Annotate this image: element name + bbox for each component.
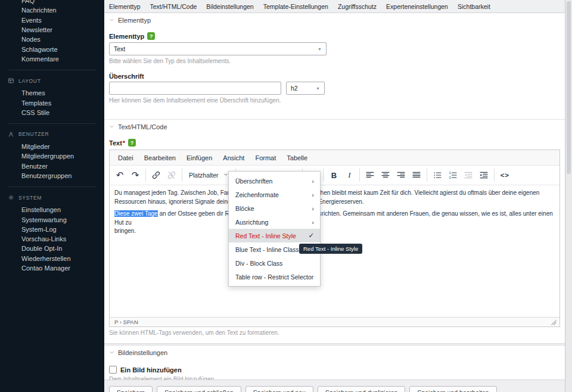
checkmark-icon: ✓	[309, 232, 314, 239]
sidebar-item-css-stile[interactable]: CSS Stile	[0, 108, 104, 117]
speichern-und-duplizieren-button[interactable]: Speichern und duplizieren	[318, 386, 405, 392]
sidebar-item-nodes[interactable]: Nodes	[0, 35, 104, 44]
page-scrollbar[interactable]	[565, 0, 572, 392]
tab-zugriffsschutz[interactable]: Zugriffsschutz	[338, 3, 377, 10]
element-path[interactable]: P › SPAN	[114, 319, 138, 325]
tab-elementtyp[interactable]: Elementtyp	[109, 3, 141, 10]
undo-button[interactable]: ↶	[112, 167, 128, 183]
justify-button[interactable]	[409, 167, 424, 183]
numbered-list-button[interactable]: 12	[445, 167, 461, 183]
sidebar-section-label: BENUTZER	[18, 131, 49, 137]
menu-item-label: Div - Block Class	[235, 260, 282, 267]
menu-item-label: Ausrichtung	[235, 219, 268, 226]
scrollbar-thumb[interactable]	[567, 1, 571, 174]
source-code-button[interactable]: <>	[497, 167, 512, 183]
toolbar-separator	[494, 169, 495, 182]
sidebar-section-label: SYSTEM	[18, 195, 42, 201]
outdent-button[interactable]	[461, 167, 476, 183]
sidebar-item-double-opt-in[interactable]: Double Opt-In	[0, 244, 104, 253]
tab-template-einstellungen[interactable]: Template-Einstellungen	[263, 3, 328, 10]
tab-text-html-code[interactable]: Text/HTML/Code	[150, 3, 197, 10]
paragraph-text: an der Ostsee geben dir Raum zum Durchat…	[114, 210, 553, 234]
sidebar-item-vorschau-links[interactable]: Vorschau-Links	[0, 234, 104, 244]
menu-bearbeiten[interactable]: Bearbeiten	[139, 152, 181, 164]
sidebar-item-templates[interactable]: Templates	[0, 98, 104, 107]
add-image-label: Ein Bild hinzufügen	[120, 366, 182, 374]
sidebar-item-systemwartung[interactable]: Systemwartung	[0, 214, 104, 224]
placeholder-dropdown[interactable]: Platzhalter	[185, 167, 233, 183]
menu-format[interactable]: Format	[250, 152, 281, 164]
format-menu: Überschriften›Zeichenformate›Blöcke›Ausr…	[228, 171, 321, 287]
speichern-button[interactable]: Speichern	[109, 386, 153, 392]
menu-datei[interactable]: Datei	[113, 152, 139, 164]
menu-item-blöcke[interactable]: Blöcke›	[229, 201, 320, 215]
heading-level-value: h2	[291, 85, 298, 92]
sidebar-item-schlagworte[interactable]: Schlagworte	[0, 44, 104, 54]
sidebar-item-nachrichten[interactable]: Nachrichten	[0, 5, 104, 15]
tab-experteneinstellungen[interactable]: Experteneinstellungen	[386, 3, 448, 10]
menu-item-überschriften[interactable]: Überschriften›	[229, 174, 320, 188]
sidebar-item-themes[interactable]: Themes	[0, 88, 104, 98]
sidebar-divider	[8, 70, 96, 70]
menu-tabelle[interactable]: Tabelle	[281, 152, 313, 164]
indent-button[interactable]	[476, 167, 492, 183]
speichern-und-neu-button[interactable]: Speichern und neu	[245, 386, 313, 392]
resize-handle-icon[interactable]	[551, 317, 557, 328]
menu-item-div-block-class[interactable]: Div - Block Class	[229, 256, 320, 270]
sidebar-item-wiederherstellen[interactable]: Wiederherstellen	[0, 254, 104, 263]
sidebar-item-mitgliedergruppen[interactable]: Mitgliedergruppen	[0, 151, 104, 161]
editor-toolbar: ↶ ↷ Platzhalter R	[110, 166, 559, 185]
align-left-button[interactable]	[362, 167, 378, 183]
tab-sichtbarkeit[interactable]: Sichtbarkeit	[458, 3, 490, 10]
sidebar-item-contao-manager[interactable]: Contao Manager	[0, 263, 104, 273]
select-arrow-icon: ▼	[316, 86, 320, 91]
add-image-checkbox[interactable]	[109, 366, 117, 374]
help-icon[interactable]: ?	[147, 32, 155, 40]
menu-item-red-text-inline-style[interactable]: Red Text - Inline Style✓	[229, 229, 320, 242]
redo-button[interactable]: ↷	[128, 167, 143, 183]
menu-item-ausrichtung[interactable]: Ausrichtung›	[229, 215, 320, 229]
align-right-button[interactable]	[393, 167, 409, 183]
speichern-und-schließen-button[interactable]: Speichern und schließen	[157, 386, 241, 392]
submenu-arrow-icon: ›	[312, 191, 314, 198]
sidebar-item-benutzergruppen[interactable]: Benutzergruppen	[0, 171, 104, 181]
elementtyp-select[interactable]: Text ▼	[109, 42, 327, 55]
sidebar-item-mitglieder[interactable]: Mitglieder	[0, 142, 104, 151]
section-title: Text/HTML/Code	[118, 123, 167, 130]
menu-einfügen[interactable]: Einfügen	[181, 152, 217, 164]
select-arrow-icon: ▼	[318, 47, 322, 51]
sidebar-item-newsletter[interactable]: Newsletter	[0, 25, 104, 35]
unlink-icon	[167, 170, 176, 180]
bullet-list-button[interactable]	[430, 167, 445, 183]
section-header-elementtyp[interactable]: Elementtyp	[109, 17, 560, 24]
align-center-button[interactable]	[378, 167, 393, 183]
toolbar-separator	[359, 169, 360, 182]
tab-bildeinstellungen[interactable]: Bildeinstellungen	[206, 3, 253, 10]
section-title: Bildeinstellungen	[118, 349, 167, 356]
sidebar-item-einstellungen[interactable]: Einstellungen	[0, 205, 104, 214]
section-header-text[interactable]: Text/HTML/Code	[109, 123, 560, 130]
elementtyp-label: Elementtyp	[109, 33, 144, 40]
unlink-button[interactable]	[164, 167, 179, 183]
italic-button[interactable]: I	[341, 167, 357, 183]
section-header-bild[interactable]: Bildeinstellungen	[109, 349, 560, 356]
ueberschrift-input[interactable]	[109, 82, 281, 95]
help-icon[interactable]: ?	[128, 139, 136, 147]
speichern-und-bearbeiten-button[interactable]: Speichern und bearbeiten	[409, 386, 496, 392]
sidebar-item-benutzer[interactable]: Benutzer	[0, 161, 104, 171]
sidebar-item-system-log[interactable]: System-Log	[0, 225, 104, 234]
link-button[interactable]	[148, 167, 164, 183]
menu-item-zeichenformate[interactable]: Zeichenformate›	[229, 188, 320, 201]
menu-ansicht[interactable]: Ansicht	[217, 152, 250, 164]
sidebar-item-faq[interactable]: FAQ	[0, 0, 104, 5]
bold-button[interactable]: B	[326, 167, 341, 183]
gear-icon	[8, 194, 14, 201]
sidebar-top-items: FAQNachrichtenEventsNewsletterNodesSchla…	[0, 0, 104, 64]
heading-level-select[interactable]: h2 ▼	[286, 82, 325, 95]
sidebar-section-layout: LAYOUT	[0, 76, 104, 86]
bullet-list-icon	[433, 170, 442, 180]
submenu-arrow-icon: ›	[312, 178, 314, 185]
sidebar-item-events[interactable]: Events	[0, 15, 104, 25]
menu-item-table-row-restrict-selector[interactable]: Table row - Restrict Selector	[229, 270, 320, 284]
sidebar-item-kommentare[interactable]: Kommentare	[0, 54, 104, 64]
